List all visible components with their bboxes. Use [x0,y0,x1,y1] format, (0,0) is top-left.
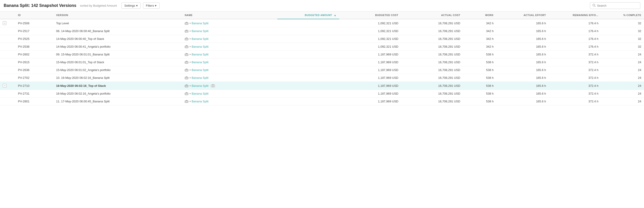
chevron-down-icon[interactable]: ▾ [190,61,191,64]
briefcase-icon [185,37,188,40]
briefcase-icon [185,61,188,64]
cell-actual-effort: 165.6 h [496,58,549,66]
col-actual-cost-header[interactable]: ACTUAL COST [401,12,463,19]
name-link[interactable]: Banana Split [192,100,208,103]
name-link[interactable]: Banana Split [192,60,208,64]
cell-actual-cost: 16,708,291 USD [401,19,463,27]
cell-actual-cost: 16,708,291 USD [401,90,463,98]
name-link[interactable]: Banana Split [192,22,208,25]
cell-name: ▾Banana Split [182,98,277,105]
cell-actual-effort: 165.6 h [496,35,549,43]
cell-actual-effort: 165.6 h [496,98,549,105]
col-id-header[interactable]: ID [15,12,54,19]
cell-id: PV-2801 [15,98,54,105]
cell-percent-complete: 24 [601,74,644,82]
cell-actual-effort: 165.6 h [496,90,549,98]
cell-version: 16-May-2020 06:02:16_Angela's portfolio [54,90,182,98]
cell-actual-cost: 16,708,291 USD [401,58,463,66]
cell-remaining-effort: 372.4 h [549,90,601,98]
search-input[interactable] [597,4,638,7]
name-link[interactable]: Banana Split [192,68,208,72]
chevron-down-icon[interactable]: ▾ [190,30,191,32]
collapse-icon[interactable]: − [3,84,6,88]
col-remaining-header[interactable]: REMAINING EFFO... [549,12,601,19]
cell-percent-complete: 32 [601,19,644,27]
settings-label: Settings [124,4,135,7]
chevron-down-icon[interactable]: ▾ [190,100,191,103]
cell-actual-cost: 16,708,291 USD [401,98,463,105]
page-header: Banana Split: 142 Snapshot Versions sort… [0,0,644,12]
cell-id: PV-2517 [15,27,54,35]
cell-id: PV-2506 [15,19,54,27]
cell-budgeted-amount [277,27,339,35]
expand-icon[interactable]: − [3,21,6,25]
chevron-down-icon[interactable]: ▾ [190,84,191,87]
filters-button[interactable]: Filters ▾ [143,2,160,9]
sort-subtitle: sorted by Budgeted Amount [80,4,117,7]
col-actual-effort-header[interactable]: ACTUAL EFFORT [496,12,549,19]
name-link[interactable]: Banana Split [192,45,208,48]
cell-remaining-effort: 372.4 h [549,51,601,58]
cell-name: ▾Banana Split [182,58,277,66]
col-budgeted-cost-header[interactable]: BUDGETED COST [339,12,401,19]
table-row: PV-261515-May-2020 06:01:01_Top of Stack… [0,58,644,66]
cell-id: PV-2710 [15,82,54,90]
cell-budgeted-amount [277,82,339,90]
briefcase-icon [185,76,188,79]
cell-version: 14-May-2020 06:00:41_Angela's portfolio [54,43,182,51]
col-percent-header[interactable]: % COMPLETE [601,12,644,19]
col-budgeted-amount-header[interactable]: BUDGETED AMOUNT ▲ [277,12,339,19]
cell-percent-complete: 24 [601,90,644,98]
table-row: PV-280111. 17-May-2020 06:00:45_Banana S… [0,98,644,105]
cell-remaining-effort: 372.4 h [549,66,601,74]
camera-icon [211,84,215,87]
briefcase-icon [185,92,188,95]
table-row: PV-260209. 15-May-2020 06:01:01_Banana S… [0,51,644,58]
col-work-header[interactable]: WORK [463,12,496,19]
cell-remaining-effort: 176.4 h [549,43,601,51]
name-link[interactable]: Banana Split [192,84,208,88]
table-row: PV-251708. 14-May-2020 06:00:40_Banana S… [0,27,644,35]
chevron-down-icon[interactable]: ▾ [190,53,191,56]
cell-percent-complete: 32 [601,35,644,43]
cell-work: 538 h [463,74,496,82]
cell-budgeted-amount [277,58,339,66]
name-link[interactable]: Banana Split [192,29,208,33]
cell-id: PV-2538 [15,43,54,51]
cell-budgeted-cost: 1,187,969 USD [339,90,401,98]
search-box[interactable] [590,2,640,9]
cell-budgeted-amount [277,43,339,51]
name-link[interactable]: Banana Split [192,37,208,40]
name-link[interactable]: Banana Split [192,76,208,80]
cell-name: ▾Banana Split [182,43,277,51]
cell-percent-complete: 32 [601,27,644,35]
table-row: −PV-271016-May-2020 06:02:16_Top of Stac… [0,82,644,90]
cell-remaining-effort: 372.4 h [549,98,601,105]
col-name-header[interactable]: NAME [182,12,277,19]
cell-version: 11. 17-May-2020 06:00:45_Banana Split [54,98,182,105]
chevron-down-icon[interactable]: ▾ [190,22,191,24]
cell-actual-effort: 165.6 h [496,66,549,74]
cell-work: 538 h [463,51,496,58]
chevron-down-icon[interactable]: ▾ [190,45,191,48]
cell-work: 538 h [463,98,496,105]
cell-id: PV-2636 [15,66,54,74]
chevron-down-icon[interactable]: ▾ [190,76,191,79]
cell-work: 342 h [463,27,496,35]
cell-actual-effort: 165.6 h [496,27,549,35]
filters-label: Filters [146,4,154,7]
cell-percent-complete: 24 [601,82,644,90]
settings-button[interactable]: Settings ▾ [122,2,141,9]
name-link[interactable]: Banana Split [192,53,208,56]
cell-actual-effort: 165.6 h [496,43,549,51]
chevron-down-icon: ▾ [155,4,156,7]
col-version-header[interactable]: VERSION [54,12,182,19]
table-row: PV-252514-May-2020 06:00:40_Top of Stack… [0,35,644,43]
cell-budgeted-amount [277,90,339,98]
chevron-down-icon[interactable]: ▾ [190,38,191,40]
chevron-down-icon[interactable]: ▾ [190,69,191,71]
cell-actual-cost: 16,708,291 USD [401,66,463,74]
name-link[interactable]: Banana Split [192,92,208,95]
chevron-down-icon[interactable]: ▾ [190,92,191,95]
cell-id: PV-2602 [15,51,54,58]
